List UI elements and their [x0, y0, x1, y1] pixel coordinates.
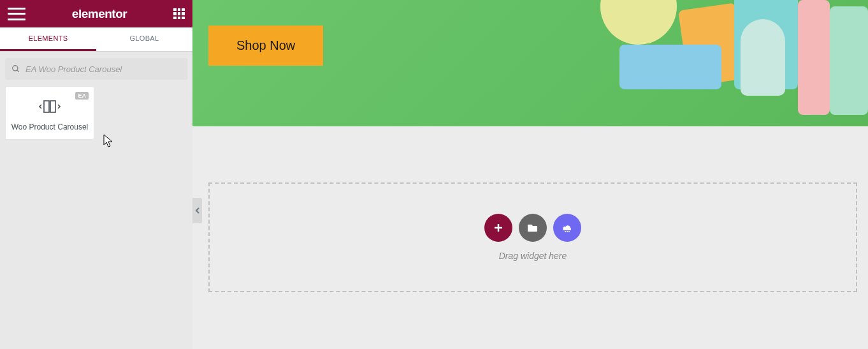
svg-line-1: [17, 70, 19, 72]
sidebar-header: elementor: [0, 0, 192, 27]
dropzone-actions: [484, 214, 581, 242]
hero-decor: [594, 0, 868, 126]
shop-now-button[interactable]: Shop Now: [208, 26, 323, 66]
sidebar-tabs: ELEMENTS GLOBAL: [0, 27, 192, 52]
menu-button[interactable]: [8, 8, 25, 20]
carousel-icon: [10, 100, 90, 114]
search-wrap: [0, 52, 192, 86]
widget-woo-product-carousel[interactable]: EA Woo Product Carousel: [5, 86, 94, 140]
widgets-area: EA Woo Product Carousel: [0, 86, 192, 140]
template-library-button[interactable]: [519, 214, 547, 242]
svg-point-6: [565, 231, 566, 232]
svg-rect-3: [50, 101, 55, 112]
chevron-left-icon: [195, 207, 200, 214]
plus-icon: [493, 222, 504, 234]
elementor-logo: elementor: [72, 7, 127, 21]
widget-badge: EA: [75, 92, 89, 100]
svg-point-0: [13, 66, 18, 71]
svg-point-7: [567, 231, 568, 232]
widget-label: Woo Product Carousel: [10, 123, 90, 131]
collapse-sidebar-handle[interactable]: [192, 198, 202, 223]
svg-rect-2: [44, 101, 49, 112]
canvas-area: Shop Now Drag widget here: [192, 0, 868, 349]
tab-elements[interactable]: ELEMENTS: [0, 27, 96, 51]
search-box[interactable]: [5, 58, 187, 80]
dropzone-hint: Drag widget here: [499, 251, 567, 261]
hero-section[interactable]: Shop Now: [192, 0, 868, 126]
add-section-button[interactable]: [484, 214, 512, 242]
elementor-sidebar: elementor ELEMENTS GLOBAL EA Woo Product: [0, 0, 192, 349]
cloud-icon: [561, 221, 574, 234]
widget-dropzone[interactable]: Drag widget here: [208, 182, 857, 292]
apps-grid-button[interactable]: [173, 8, 185, 20]
search-input[interactable]: [25, 64, 181, 74]
svg-point-8: [568, 231, 570, 232]
templately-button[interactable]: [553, 214, 581, 242]
search-icon: [11, 64, 20, 73]
folder-icon: [527, 222, 539, 234]
tab-global[interactable]: GLOBAL: [96, 27, 192, 51]
